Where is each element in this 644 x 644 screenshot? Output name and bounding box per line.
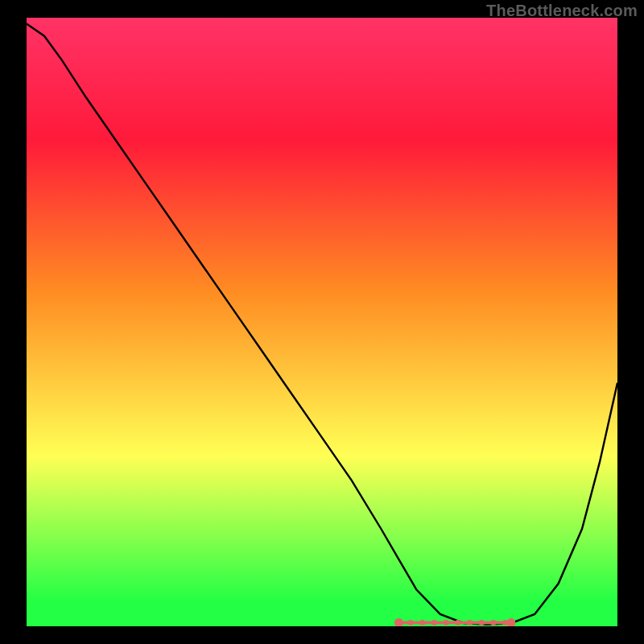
optimal-marker <box>444 620 449 625</box>
optimal-marker <box>479 620 485 625</box>
gradient-background <box>27 18 617 626</box>
optimal-marker <box>467 620 473 625</box>
chart-frame: TheBottleneck.com <box>0 0 644 644</box>
optimal-marker <box>419 620 425 625</box>
watermark-text: TheBottleneck.com <box>486 2 638 20</box>
plot-area <box>27 18 617 626</box>
chart-svg <box>27 18 617 626</box>
optimal-marker <box>455 620 460 625</box>
optimal-marker <box>408 620 414 625</box>
optimal-marker <box>431 620 437 625</box>
optimal-marker <box>490 620 496 625</box>
